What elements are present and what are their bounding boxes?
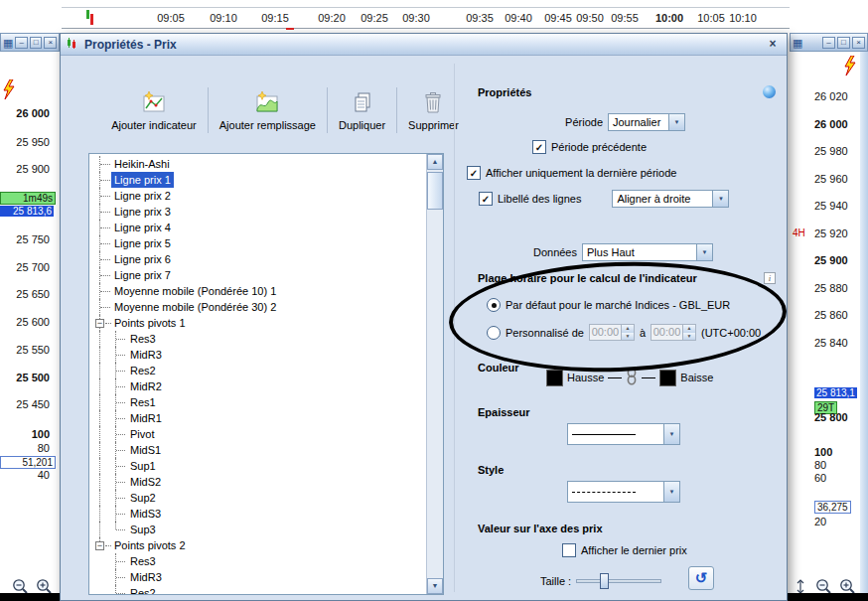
tree-item[interactable]: Ligne prix 2 — [89, 188, 426, 204]
tree-item[interactable]: MidR1 — [89, 410, 426, 426]
thickness-sample — [572, 434, 636, 435]
price-axis-header: Valeur sur l'axe des prix — [478, 523, 603, 534]
tree-item[interactable]: Sup1 — [89, 458, 426, 474]
add-fill-button[interactable]: Ajouter remplissage — [211, 87, 325, 133]
thickness-dropdown[interactable]: ▼ — [567, 423, 680, 445]
chevron-down-icon[interactable]: ▼ — [668, 114, 684, 130]
tree-item[interactable]: Res2 — [89, 363, 426, 378]
timerange-header-row: Plage horaire pour le calcul de l'indica… — [478, 272, 776, 284]
slider-thumb[interactable] — [600, 573, 609, 589]
time-label: 09:35 — [466, 12, 494, 24]
spin-down-icon[interactable]: ▼ — [622, 333, 634, 341]
tree-item[interactable]: MidR2 — [89, 378, 426, 394]
tree-item[interactable]: Ligne prix 7 — [89, 267, 426, 283]
tree-item[interactable]: Pivot — [89, 426, 426, 442]
time-from-spinner[interactable]: 00:00 ▲▼ — [589, 324, 635, 341]
right-window-titlebar: ▦ – □ × — [790, 33, 868, 52]
lightning-icon[interactable] — [843, 56, 857, 77]
chevron-down-icon[interactable]: ▼ — [696, 244, 712, 260]
scroll-down-icon[interactable]: ▼ — [427, 578, 443, 594]
previous-period-checkbox[interactable]: ✓ — [532, 140, 546, 154]
spin-up-icon[interactable]: ▲ — [683, 325, 695, 333]
tree-item[interactable]: Res2 — [89, 585, 426, 595]
delete-button[interactable]: Supprimer — [399, 87, 468, 133]
duplicate-button[interactable]: Dupliquer — [330, 87, 394, 133]
left-price-panel — [0, 52, 60, 594]
tree-item[interactable]: Ligne prix 6 — [89, 251, 426, 267]
previous-period-label: Période précédente — [551, 141, 647, 153]
chevron-down-icon[interactable]: ▼ — [663, 482, 679, 502]
maximize-button[interactable]: □ — [30, 37, 43, 49]
style-header: Style — [478, 464, 504, 476]
reset-button[interactable]: ↺ — [688, 566, 714, 590]
up-color-swatch[interactable] — [546, 370, 563, 386]
scroll-up-icon[interactable]: ▲ — [427, 154, 443, 170]
style-dropdown[interactable]: ▼ — [567, 481, 680, 503]
add-indicator-button[interactable]: Ajouter indicateur — [102, 87, 206, 133]
info-icon[interactable]: i — [764, 272, 776, 284]
chevron-down-icon[interactable]: ▼ — [712, 191, 728, 207]
panel-separator — [454, 64, 455, 592]
line-labels-checkbox[interactable]: ✓ — [479, 192, 493, 206]
size-row: Taille : — [540, 572, 661, 590]
spin-down-icon[interactable]: ▼ — [683, 333, 695, 341]
tree-item-label: Ligne prix 6 — [111, 251, 174, 267]
dialog-titlebar[interactable]: Propriétés - Prix × — [61, 34, 787, 56]
connector-line — [608, 377, 622, 378]
custom-time-radio[interactable] — [487, 326, 501, 340]
size-slider[interactable] — [576, 572, 661, 590]
tree-item[interactable]: Sup3 — [89, 522, 426, 537]
link-colors-icon[interactable] — [626, 368, 638, 387]
tree-item[interactable]: MidS2 — [89, 474, 426, 490]
tree-item[interactable]: Res3 — [89, 553, 426, 569]
tree-item[interactable]: Res1 — [89, 394, 426, 410]
minimize-button[interactable]: – — [822, 37, 835, 49]
tree-item[interactable]: Ligne prix 1 — [89, 172, 426, 188]
default-market-radio[interactable] — [487, 298, 501, 312]
lightning-icon[interactable] — [2, 79, 16, 101]
down-color-swatch[interactable] — [659, 370, 676, 386]
close-button[interactable]: × — [44, 37, 57, 49]
grid-icon: ▦ — [793, 37, 802, 49]
tree-item[interactable]: MidS1 — [89, 442, 426, 458]
align-dropdown[interactable]: Aligner à droite ▼ — [612, 190, 729, 208]
show-last-period-checkbox[interactable]: ✓ — [467, 166, 481, 180]
spin-up-icon[interactable]: ▲ — [622, 325, 634, 333]
tree-item[interactable]: Sup2 — [89, 490, 426, 506]
tree-item[interactable]: MidS3 — [89, 506, 426, 522]
tree-item[interactable]: −Points pivots 2 — [89, 537, 426, 553]
tree-item[interactable]: Heikin-Ashi — [89, 156, 426, 172]
tree-item[interactable]: Ligne prix 5 — [89, 235, 426, 251]
scrollbar-thumb[interactable] — [427, 172, 443, 210]
tree-scrollbar[interactable]: ▲ ▼ — [426, 154, 443, 594]
button-label: Supprimer — [408, 119, 459, 131]
tree-item[interactable]: Ligne prix 3 — [89, 204, 426, 220]
close-button[interactable]: × — [852, 37, 865, 49]
tree-item[interactable]: Res3 — [89, 331, 426, 347]
left-window-titlebar: ▦ – □ × — [0, 33, 60, 52]
tree-item[interactable]: Ligne prix 4 — [89, 220, 426, 235]
period-dropdown[interactable]: Journalier ▼ — [608, 113, 685, 131]
tree-item[interactable]: −Points pivots 1 — [89, 315, 426, 331]
tree-item[interactable]: Moyenne mobile (Pondérée 10) 1 — [89, 283, 426, 299]
close-icon[interactable]: × — [765, 37, 781, 52]
minimize-button[interactable]: – — [15, 37, 28, 49]
period-row: Période Journalier ▼ — [523, 113, 685, 131]
properties-header-row: Propriétés — [478, 85, 776, 98]
data-dropdown[interactable]: Plus Haut ▼ — [582, 243, 713, 261]
time-to-spinner[interactable]: 00:00 ▲▼ — [651, 324, 696, 341]
button-label: Dupliquer — [339, 119, 385, 131]
period-value: Journalier — [609, 116, 668, 128]
time-label: 09:20 — [318, 12, 346, 24]
tree-item[interactable]: MidR3 — [89, 569, 426, 585]
tree-item-label: Res2 — [127, 585, 159, 595]
maximize-button[interactable]: □ — [837, 37, 850, 49]
help-sphere-icon[interactable] — [763, 85, 776, 98]
show-last-price-checkbox[interactable] — [562, 543, 576, 557]
collapse-icon[interactable]: − — [95, 541, 104, 550]
tree-item[interactable]: MidR3 — [89, 347, 426, 363]
tree-item[interactable]: Moyenne mobile (Pondérée 30) 2 — [89, 299, 426, 315]
chevron-down-icon[interactable]: ▼ — [663, 424, 679, 444]
color-row: Hausse Baisse — [546, 368, 713, 387]
collapse-icon[interactable]: − — [95, 319, 104, 328]
